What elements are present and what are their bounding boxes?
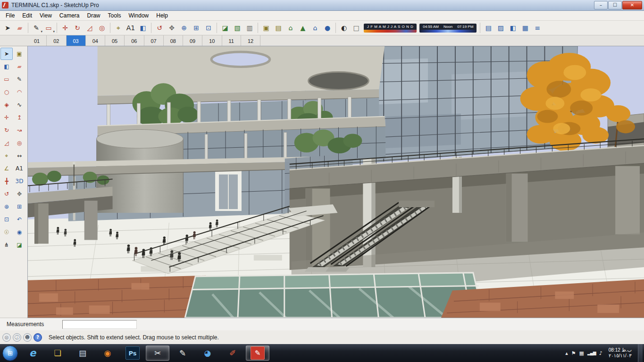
taskbar-internet-explorer[interactable]: e: [21, 345, 44, 361]
freehand-tool[interactable]: ∿: [13, 99, 25, 111]
taskbar-google-earth[interactable]: ◕: [196, 345, 219, 361]
viewport-3d-scene[interactable]: [28, 46, 644, 318]
maximize-button[interactable]: ☐: [608, 1, 622, 9]
zoom-window-tool-button[interactable]: ⊞: [190, 22, 202, 34]
pan-tool-button[interactable]: ✥: [166, 22, 178, 34]
shadow-toggle-button[interactable]: □: [350, 22, 362, 34]
tape-measure-tool[interactable]: ⌖: [0, 150, 13, 162]
orbit-tool[interactable]: ↺: [0, 188, 13, 200]
scale-tool[interactable]: ◿: [0, 137, 13, 149]
offset-tool-button[interactable]: ◎: [96, 22, 108, 34]
tray-action-center-icon[interactable]: ⚑: [571, 350, 576, 356]
menu-help[interactable]: Help: [152, 11, 172, 20]
eraser-tool-button[interactable]: ▰: [14, 22, 26, 34]
look-around-tool[interactable]: ◉: [13, 226, 25, 238]
text-tool[interactable]: A1: [13, 162, 25, 175]
circle-tool[interactable]: ○: [0, 86, 13, 98]
scene-tab-07[interactable]: 07: [144, 35, 164, 46]
scene-tab-12[interactable]: 12: [241, 35, 260, 46]
move-tool-button[interactable]: ✛: [59, 22, 71, 34]
move-tool[interactable]: ✛: [0, 111, 13, 124]
section-plane-tool-button[interactable]: ◪: [219, 22, 231, 34]
dimension-tool[interactable]: ↔: [13, 150, 25, 162]
select-tool[interactable]: ➤: [0, 48, 13, 60]
taskbar-style-builder[interactable]: ✐: [221, 345, 244, 361]
scene-tab-05[interactable]: 05: [105, 35, 125, 46]
pan-tool[interactable]: ✥: [13, 188, 25, 200]
styles-panel-button[interactable]: ◧: [507, 22, 519, 34]
line-tool-button[interactable]: ✎: [30, 22, 42, 34]
help-icon[interactable]: ?: [33, 333, 42, 342]
scene-tab-01[interactable]: 01: [27, 35, 47, 46]
eraser-tool[interactable]: ▰: [13, 60, 25, 73]
tray-volume-icon[interactable]: ♪: [599, 350, 602, 356]
select-tool-button[interactable]: ➤: [1, 22, 14, 34]
menu-tools[interactable]: Tools: [104, 11, 125, 20]
menu-window[interactable]: Window: [125, 11, 153, 20]
scene-tab-03[interactable]: 03: [67, 35, 86, 46]
arc-tool[interactable]: ◠: [13, 86, 25, 98]
menu-camera[interactable]: Camera: [56, 11, 84, 20]
taskbar-snipping-tool[interactable]: ✂: [146, 345, 169, 361]
position-camera-tool[interactable]: ☉: [0, 226, 13, 238]
orbit-tool-button[interactable]: ↺: [153, 22, 166, 34]
rectangle-tool[interactable]: ▭: [0, 73, 13, 85]
minimize-button[interactable]: –: [594, 1, 608, 9]
layers-panel-button[interactable]: ▤: [482, 22, 494, 34]
scene-tab-02[interactable]: 02: [47, 35, 66, 46]
scene-tab-11[interactable]: 11: [222, 35, 241, 46]
scene-tab-04[interactable]: 04: [86, 35, 105, 46]
tray-expand-icon[interactable]: ▴: [565, 350, 568, 356]
taskbar-sketchup[interactable]: ✎: [246, 345, 269, 361]
rotate-tool-button[interactable]: ↻: [71, 22, 84, 34]
start-button[interactable]: ⊞: [2, 345, 18, 361]
display-section-planes-button[interactable]: ▧: [231, 22, 243, 34]
tray-network-icon[interactable]: ▂▄▆: [587, 351, 596, 355]
menu-edit[interactable]: Edit: [18, 11, 36, 20]
zoom-tool-button[interactable]: ⊕: [178, 22, 190, 34]
toggle-terrain-button[interactable]: ▲: [297, 22, 309, 34]
outliner-panel-button[interactable]: ≡: [531, 22, 544, 34]
materials-panel-button[interactable]: ▨: [494, 22, 507, 34]
get-models-button[interactable]: ▣: [260, 22, 272, 34]
line-tool[interactable]: ✎: [13, 73, 25, 85]
measurements-input[interactable]: [62, 320, 137, 329]
sign-in-icon[interactable]: ☻: [23, 333, 32, 342]
shadow-settings-button[interactable]: ◐: [338, 22, 350, 34]
taskbar-windows-explorer[interactable]: ❏: [46, 345, 69, 361]
taskbar-photoshop[interactable]: Ps: [121, 345, 144, 361]
scene-tab-10[interactable]: 10: [202, 35, 222, 46]
zoom-extents-tool[interactable]: ⊡: [0, 213, 13, 226]
protractor-tool[interactable]: ∠: [0, 162, 13, 175]
zoom-extents-tool-button[interactable]: ⊡: [202, 22, 215, 34]
preview-in-earth-button[interactable]: ●: [321, 22, 334, 34]
shadow-time-slider[interactable]: 04:55 AM Noon 07:19 PM: [419, 24, 477, 33]
scenes-panel-button[interactable]: ▦: [519, 22, 531, 34]
taskbar-text-editor[interactable]: ▤: [71, 345, 94, 361]
shapes-tool-button[interactable]: ▭: [42, 22, 55, 34]
shadow-date-slider[interactable]: J F M A M J J A S O N D: [364, 24, 417, 33]
share-model-button[interactable]: ▤: [272, 22, 284, 34]
photo-textures-button[interactable]: ⌂: [309, 22, 321, 34]
tape-measure-tool-button[interactable]: ⌖: [112, 22, 125, 34]
previous-view-tool[interactable]: ↶: [13, 213, 25, 226]
offset-tool[interactable]: ◎: [13, 137, 25, 149]
show-desktop-button[interactable]: [638, 344, 643, 362]
add-location-button[interactable]: ⌂: [284, 22, 297, 34]
taskbar-clock[interactable]: ب.ظ 08:12 ٢٠١٥/١١/٠٣: [609, 347, 632, 359]
taskbar-media-player[interactable]: ◉: [96, 345, 119, 361]
zoom-tool[interactable]: ⊕: [0, 201, 13, 213]
follow-me-tool[interactable]: ↝: [13, 124, 25, 136]
3d-text-tool[interactable]: 3D: [13, 175, 25, 187]
menu-draw[interactable]: Draw: [84, 11, 104, 20]
scene-tab-06[interactable]: 06: [125, 35, 144, 46]
push-pull-tool[interactable]: ↥: [13, 111, 25, 124]
menu-view[interactable]: View: [36, 11, 56, 20]
close-button[interactable]: ✕: [622, 1, 642, 9]
paint-bucket-tool-button[interactable]: ◧: [137, 22, 149, 34]
section-plane-tool[interactable]: ◪: [13, 239, 25, 251]
tray-activity-icon[interactable]: ▦: [579, 350, 584, 356]
text-tool-button[interactable]: A1: [125, 22, 137, 34]
scene-tab-08[interactable]: 08: [164, 35, 183, 46]
polygon-tool[interactable]: ◈: [0, 99, 13, 111]
